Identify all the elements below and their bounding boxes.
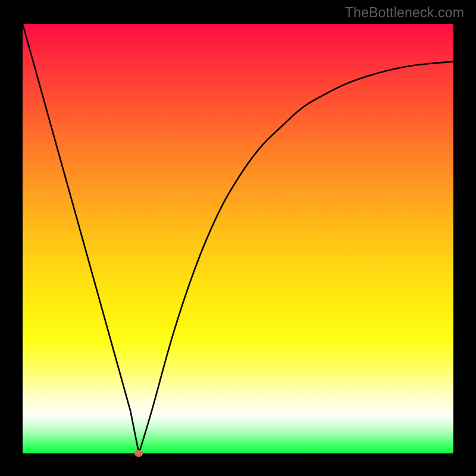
curve-layer [23, 24, 453, 453]
bottleneck-curve [23, 24, 453, 453]
watermark-text: TheBottleneck.com [345, 5, 464, 21]
chart-frame: TheBottleneck.com [0, 0, 476, 476]
optimal-point-marker [134, 450, 143, 457]
